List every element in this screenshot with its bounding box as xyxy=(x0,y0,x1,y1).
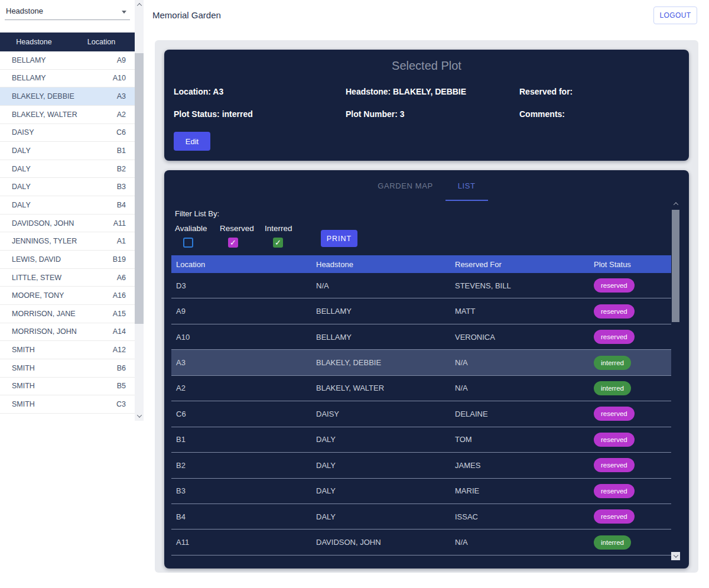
sidebar-table-row[interactable]: BLAKELY, WALTER A2 xyxy=(0,106,135,124)
sort-by-dropdown-value: Headstone xyxy=(6,7,43,15)
plot-list-card: GARDEN MAP LIST Filter List By: Avaliabl… xyxy=(164,170,689,568)
cell-headstone: N/A xyxy=(316,281,455,290)
cell-headstone: DALY xyxy=(316,486,455,495)
sidebar-table-row[interactable]: SMITH C3 xyxy=(0,395,135,414)
sidebar-header-headstone[interactable]: Headstone xyxy=(0,38,68,46)
table-row[interactable]: D3 N/A STEVENS, BILL reserved xyxy=(171,273,671,298)
sidebar-table-row[interactable]: DALY B3 xyxy=(0,178,135,196)
sidebar-scrollbar-thumb[interactable] xyxy=(135,53,144,324)
col-location: Location xyxy=(176,260,316,269)
filter-checkbox[interactable] xyxy=(183,238,193,248)
col-reserved-for: Reserved For xyxy=(455,260,594,269)
cell-headstone: DAVIDSON, JOHN xyxy=(316,538,455,547)
cell-headstone: BLAKELY, WALTER xyxy=(316,384,455,392)
sidebar-row-headstone: LEWIS, DAVID xyxy=(12,255,61,264)
tab-list[interactable]: LIST xyxy=(445,170,488,201)
sidebar-row-location: B2 xyxy=(117,165,126,173)
sidebar-table-row[interactable]: DALY B2 xyxy=(0,160,135,178)
sidebar-row-headstone: DAISY xyxy=(12,128,34,137)
status-badge: reserved xyxy=(594,330,635,344)
cell-headstone: BELLAMY xyxy=(316,333,455,342)
filter-checkbox[interactable]: ✓ xyxy=(228,238,238,248)
selected-plot-location: Location: A3 xyxy=(174,87,346,109)
table-row[interactable]: B1 DALY TOM reserved xyxy=(171,427,671,453)
sidebar-row-headstone: JENNINGS, TYLER xyxy=(12,237,77,245)
status-badge: interred xyxy=(594,535,631,550)
tab-garden-map[interactable]: GARDEN MAP xyxy=(365,170,445,201)
sidebar-table-row[interactable]: BELLAMY A9 xyxy=(0,51,135,70)
sidebar-header-location[interactable]: Location xyxy=(68,38,135,46)
filter-title: Filter List By: xyxy=(175,209,219,218)
sidebar-table-row[interactable]: LEWIS, DAVID B19 xyxy=(0,251,135,269)
cell-reserved-for: MARIE xyxy=(455,486,594,495)
filter-checkbox[interactable]: ✓ xyxy=(273,238,283,248)
sidebar-table-row[interactable]: BLAKELY, DEBBIE A3 xyxy=(0,87,135,106)
edit-button[interactable]: Edit xyxy=(174,132,210,151)
selected-plot-number: Plot Number: 3 xyxy=(346,109,519,132)
sidebar-row-headstone: SMITH xyxy=(12,400,35,408)
scroll-up-icon[interactable] xyxy=(671,199,680,209)
cell-reserved-for: N/A xyxy=(455,358,594,367)
status-badge: reserved xyxy=(594,278,635,293)
table-row[interactable]: A11 DAVIDSON, JOHN N/A interred xyxy=(171,529,671,555)
sidebar-table-row[interactable]: JENNINGS, TYLER A1 xyxy=(0,232,135,251)
scroll-down-icon[interactable] xyxy=(135,411,144,421)
table-row[interactable]: A3 BLAKELY, DEBBIE N/A interred xyxy=(171,350,671,375)
status-badge: reserved xyxy=(594,509,635,524)
list-scrollbar[interactable] xyxy=(671,199,680,560)
sidebar-table-row[interactable]: SMITH B5 xyxy=(0,378,135,396)
cell-headstone: BLAKELY, DEBBIE xyxy=(316,358,455,367)
cell-reserved-for: N/A xyxy=(455,538,594,547)
sidebar-table-row[interactable]: LITTLE, STEW A6 xyxy=(0,269,135,287)
sidebar-table-row[interactable]: DALY B4 xyxy=(0,196,135,215)
tab-bar: GARDEN MAP LIST xyxy=(164,170,689,201)
sidebar-row-location: B1 xyxy=(117,147,126,155)
scroll-up-icon[interactable] xyxy=(135,0,144,9)
logout-button[interactable]: LOGOUT xyxy=(653,7,697,24)
sidebar-row-headstone: BELLAMY xyxy=(12,74,46,82)
sidebar-table-row[interactable]: DAVIDSON, JOHN A11 xyxy=(0,215,135,233)
selected-plot-reserved-for: Reserved for: xyxy=(519,87,679,109)
status-badge: reserved xyxy=(594,407,635,421)
table-row[interactable]: B3 DALY MARIE reserved xyxy=(171,479,671,504)
sidebar-row-location: B5 xyxy=(117,382,126,390)
cell-location: B3 xyxy=(176,486,316,495)
cell-location: A9 xyxy=(176,307,316,316)
selected-plot-status: Plot Status: interred xyxy=(174,109,346,132)
sidebar-row-location: C3 xyxy=(116,400,126,408)
table-row[interactable]: A2 BLAKELY, WALTER N/A interred xyxy=(171,376,671,401)
sort-by-dropdown[interactable]: Headstone xyxy=(5,3,130,20)
sidebar-table-header: Headstone Location xyxy=(0,33,135,51)
sidebar-row-headstone: LITTLE, STEW xyxy=(12,274,61,282)
sidebar-row-location: A6 xyxy=(117,274,126,282)
table-row[interactable]: A9 BELLAMY MATT reserved xyxy=(171,298,671,324)
tab-list-label: LIST xyxy=(458,181,476,190)
sidebar-table-row[interactable]: MORRISON, JANE A15 xyxy=(0,305,135,323)
table-row[interactable]: B4 DALY ISSAC reserved xyxy=(171,504,671,529)
cell-location: A2 xyxy=(176,384,316,392)
sidebar-table-row[interactable]: SMITH A12 xyxy=(0,341,135,359)
sidebar-table-row[interactable]: DALY B1 xyxy=(0,142,135,160)
sidebar-table-row[interactable]: MOORE, TONY A16 xyxy=(0,287,135,305)
sidebar-table-row[interactable]: MORRISON, JOHN A14 xyxy=(0,323,135,342)
cell-location: B2 xyxy=(176,461,316,470)
sidebar-scrollbar[interactable] xyxy=(135,0,144,421)
table-row[interactable]: C6 DAISY DELAINE reserved xyxy=(171,401,671,427)
sidebar-table-row[interactable]: SMITH B6 xyxy=(0,359,135,378)
chevron-down-icon xyxy=(122,11,126,14)
sidebar-row-headstone: DALY xyxy=(12,201,31,209)
cell-headstone: BELLAMY xyxy=(316,307,455,316)
list-scrollbar-thumb[interactable] xyxy=(672,210,679,322)
sidebar-row-location: B6 xyxy=(117,364,126,372)
sidebar-row-location: A3 xyxy=(117,92,126,100)
sidebar-table-row[interactable]: BELLAMY A10 xyxy=(0,70,135,88)
sidebar-table-row[interactable]: DAISY C6 xyxy=(0,124,135,142)
scroll-down-icon[interactable] xyxy=(671,552,680,560)
table-row[interactable]: B2 DALY JAMES reserved xyxy=(171,453,671,478)
sidebar-row-headstone: DAVIDSON, JOHN xyxy=(12,219,74,228)
print-button[interactable]: PRINT xyxy=(321,230,357,247)
cell-location: C6 xyxy=(176,410,316,418)
table-row[interactable]: A10 BELLAMY VERONICA reserved xyxy=(171,324,671,350)
selected-plot-headstone: Headstone: BLAKELY, DEBBIE xyxy=(346,87,519,109)
sidebar-row-location: A9 xyxy=(117,56,126,64)
